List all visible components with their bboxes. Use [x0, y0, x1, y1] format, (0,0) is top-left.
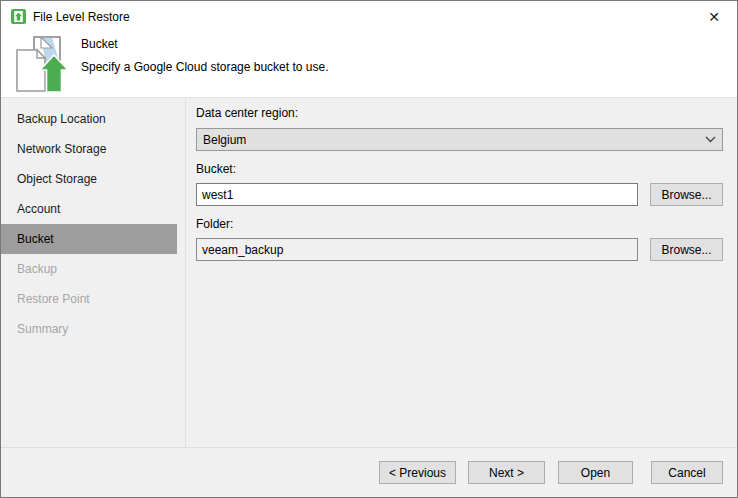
- sidebar-item-backup[interactable]: Backup: [1, 254, 177, 284]
- sidebar-item-backup-location[interactable]: Backup Location: [1, 104, 177, 134]
- folder-browse-button[interactable]: Browse...: [650, 238, 723, 261]
- next-button[interactable]: Next >: [468, 461, 545, 484]
- sidebar-item-network-storage[interactable]: Network Storage: [1, 134, 177, 164]
- cancel-button[interactable]: Cancel: [651, 461, 723, 484]
- region-select[interactable]: Belgium: [196, 128, 723, 151]
- open-button: Open: [558, 461, 633, 484]
- window-title: File Level Restore: [33, 10, 701, 24]
- wizard-body: Backup Location Network Storage Object S…: [1, 98, 737, 447]
- file-level-restore-dialog: File Level Restore ✕ Bucket Specify a Go…: [0, 0, 738, 498]
- previous-button[interactable]: < Previous: [379, 461, 456, 484]
- bucket-label: Bucket:: [196, 162, 723, 178]
- app-icon: [11, 9, 26, 24]
- page-description: Specify a Google Cloud storage bucket to…: [81, 60, 328, 74]
- bucket-input[interactable]: [196, 183, 638, 206]
- sidebar-item-bucket[interactable]: Bucket: [1, 224, 177, 254]
- page-title: Bucket: [81, 37, 328, 51]
- folder-label: Folder:: [196, 217, 723, 233]
- sidebar-item-account[interactable]: Account: [1, 194, 177, 224]
- sidebar-item-restore-point[interactable]: Restore Point: [1, 284, 177, 314]
- bucket-step-form: Data center region: Belgium Bucket: Brow…: [186, 98, 737, 447]
- bucket-browse-button[interactable]: Browse...: [650, 183, 723, 206]
- folder-input[interactable]: [196, 238, 638, 261]
- sidebar-item-object-storage[interactable]: Object Storage: [1, 164, 177, 194]
- wizard-footer: < Previous Next > Open Cancel: [1, 447, 737, 497]
- restore-files-icon: [14, 35, 68, 93]
- wizard-steps-sidebar: Backup Location Network Storage Object S…: [1, 98, 186, 447]
- sidebar-item-summary[interactable]: Summary: [1, 314, 177, 344]
- titlebar: File Level Restore ✕: [1, 1, 737, 32]
- wizard-header: Bucket Specify a Google Cloud storage bu…: [1, 32, 737, 98]
- region-selected-value: Belgium: [203, 133, 705, 147]
- region-label: Data center region:: [196, 106, 723, 122]
- close-icon[interactable]: ✕: [701, 6, 727, 28]
- chevron-down-icon: [705, 136, 716, 143]
